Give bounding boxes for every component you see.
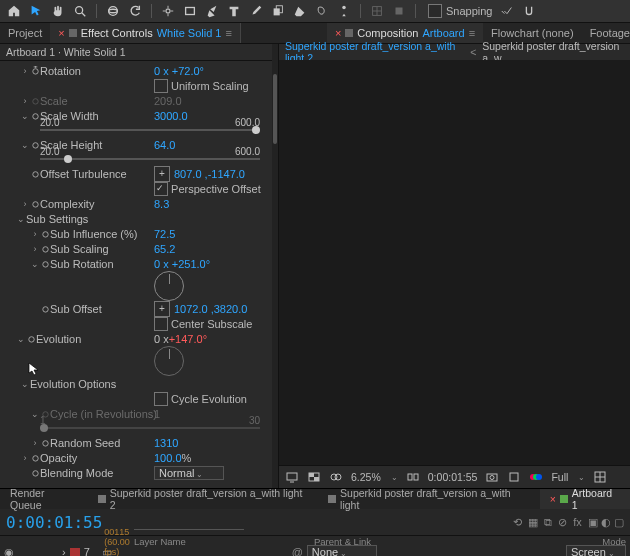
zoom-tool-icon[interactable] [72, 3, 88, 19]
stopwatch-icon[interactable] [40, 229, 50, 239]
tab-comp-2[interactable]: Superkid poster draft_version a_with lig… [318, 489, 540, 509]
stopwatch-icon[interactable] [30, 468, 40, 478]
monitor-icon[interactable] [285, 470, 299, 484]
stopwatch-icon[interactable] [30, 66, 40, 76]
effect-panel-header: Artboard 1 · White Solid 1 [0, 44, 278, 61]
magnet-icon[interactable] [521, 3, 537, 19]
shy-toggle[interactable]: ⟲ [513, 516, 522, 529]
mask-icon[interactable] [391, 3, 407, 19]
scale-height-value[interactable]: 64.0 [154, 139, 175, 151]
region-icon[interactable] [507, 470, 521, 484]
svg-point-12 [32, 114, 37, 119]
svg-point-15 [32, 202, 37, 207]
svg-rect-28 [314, 477, 319, 481]
comp-viewer[interactable] [279, 60, 630, 465]
selection-tool-icon[interactable] [28, 3, 44, 19]
scale-width-slider[interactable] [40, 129, 260, 131]
graph-editor-toggle[interactable]: fx [573, 516, 582, 529]
resolution-mode[interactable]: Full [551, 471, 568, 483]
zoom-value[interactable]: 6.25% [351, 471, 381, 483]
search-input[interactable] [134, 515, 244, 530]
uniform-scaling-checkbox[interactable] [154, 79, 168, 93]
svg-point-16 [42, 232, 47, 237]
mask-overlay-icon[interactable] [329, 470, 343, 484]
anchor-tool-icon[interactable] [160, 3, 176, 19]
snapping-toggle[interactable]: Snapping [428, 4, 493, 18]
stopwatch-icon[interactable] [40, 438, 50, 448]
sub-rotation-dial[interactable] [154, 271, 184, 301]
brush-tool-icon[interactable] [248, 3, 264, 19]
tab-comp-1[interactable]: Superkid poster draft_version a_with lig… [88, 489, 318, 509]
channel-icon[interactable] [529, 470, 543, 484]
pen-tool-icon[interactable] [204, 3, 220, 19]
svg-rect-27 [309, 473, 314, 477]
stopwatch-icon[interactable] [30, 140, 40, 150]
offset-position-icon[interactable] [154, 166, 170, 182]
perspective-checkbox[interactable] [154, 182, 168, 196]
frame-blend-toggle[interactable]: ⧉ [544, 516, 552, 529]
toggle-alpha-icon[interactable] [307, 470, 321, 484]
svg-point-24 [32, 471, 37, 476]
home-icon[interactable] [6, 3, 22, 19]
timecode-value[interactable]: 0:00:01:55 [428, 471, 478, 483]
stopwatch-icon[interactable] [40, 244, 50, 254]
orbit-tool-icon[interactable] [105, 3, 121, 19]
tab-render-queue[interactable]: Render Queue [0, 489, 88, 509]
eraser-tool-icon[interactable] [292, 3, 308, 19]
scale-height-slider[interactable] [40, 158, 260, 160]
svg-point-2 [109, 9, 118, 13]
center-subscale-checkbox[interactable] [154, 317, 168, 331]
snap-options-icon[interactable] [499, 3, 515, 19]
rectangle-tool-icon[interactable] [182, 3, 198, 19]
stopwatch-icon[interactable] [40, 259, 50, 269]
stopwatch-icon[interactable] [26, 334, 36, 344]
cursor-icon [28, 362, 40, 378]
svg-point-10 [32, 69, 37, 74]
stopwatch-icon[interactable] [30, 111, 40, 121]
blending-mode-select[interactable]: Normal⌄ [154, 466, 224, 480]
svg-rect-32 [414, 474, 418, 480]
roto-tool-icon[interactable] [314, 3, 330, 19]
mesh-icon[interactable] [369, 3, 385, 19]
evolution-dial[interactable] [154, 346, 184, 376]
motion-blur-toggle[interactable]: ⊘ [558, 516, 567, 529]
svg-point-18 [42, 262, 47, 267]
parent-select[interactable]: None⌄ [307, 545, 377, 556]
layer-row[interactable]: ◉ › 7 ▭ @ None⌄ Screen⌄ [0, 546, 630, 556]
stopwatch-icon[interactable] [30, 169, 40, 179]
composition-panel: Superkid poster draft_version a_with lig… [279, 44, 630, 488]
scrollbar[interactable] [272, 44, 278, 488]
rotation-value[interactable]: 0 x +72.0° [154, 65, 204, 77]
expand-icon[interactable]: › [20, 66, 30, 76]
svg-point-0 [76, 7, 83, 14]
draft-toggle[interactable]: ▦ [528, 516, 538, 529]
sub-offset-position-icon[interactable] [154, 301, 170, 317]
cycle-evolution-checkbox[interactable] [154, 392, 168, 406]
svg-point-17 [42, 247, 47, 252]
svg-point-11 [32, 99, 37, 104]
timeline-timecode[interactable]: 0:00:01:55 [6, 513, 102, 532]
svg-point-13 [32, 143, 37, 148]
svg-rect-25 [287, 473, 297, 480]
tab-comp-active[interactable]: ×Artboard 1 [540, 489, 630, 509]
comp-breadcrumb: Superkid poster draft_version a_with lig… [279, 44, 630, 60]
hand-tool-icon[interactable] [50, 3, 66, 19]
tab-project[interactable]: Project [0, 23, 50, 43]
stopwatch-icon[interactable] [30, 453, 40, 463]
eye-icon[interactable]: ◉ [4, 546, 14, 557]
tab-effect-controls[interactable]: × Effect Controls White Solid 1 ≡ [50, 23, 241, 43]
svg-point-34 [490, 476, 494, 480]
offset-turbulence-value[interactable]: 807.0 ,-1147.0 [174, 168, 245, 180]
svg-point-22 [42, 441, 47, 446]
grid-icon[interactable] [593, 470, 607, 484]
scale-width-value[interactable]: 3000.0 [154, 110, 188, 122]
rotate-tool-icon[interactable] [127, 3, 143, 19]
snapshot-icon[interactable] [485, 470, 499, 484]
snapping-label: Snapping [446, 5, 493, 17]
puppet-tool-icon[interactable] [336, 3, 352, 19]
stopwatch-icon[interactable] [30, 199, 40, 209]
clone-tool-icon[interactable] [270, 3, 286, 19]
text-tool-icon[interactable] [226, 3, 242, 19]
resolution-icon[interactable] [406, 470, 420, 484]
stopwatch-icon[interactable] [40, 304, 50, 314]
